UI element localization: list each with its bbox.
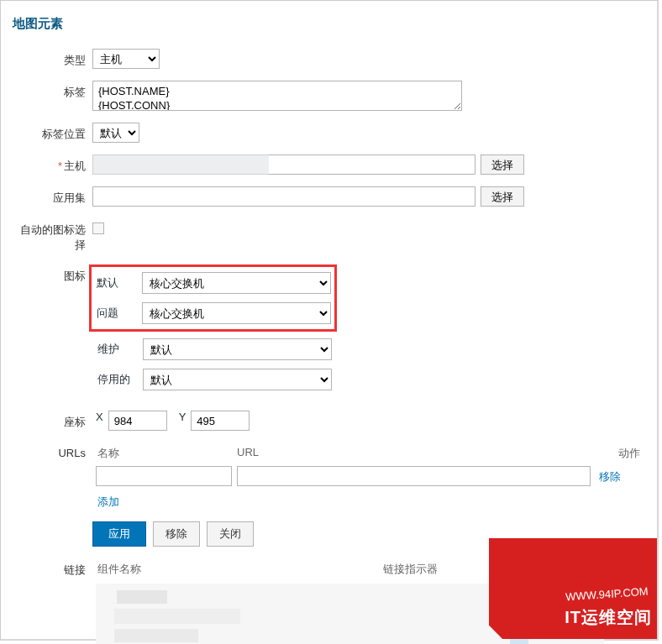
tag-position-select[interactable]: 默认 [92, 123, 139, 143]
label-links: 链接 [13, 558, 92, 578]
label-auto-icon: 自动的图标选择 [13, 218, 92, 253]
coord-y-label: Y [179, 411, 187, 423]
coord-y-input[interactable] [191, 411, 250, 431]
host-input[interactable] [269, 154, 475, 175]
urls-url-input[interactable] [237, 466, 591, 486]
page-title: 地图元素 [13, 16, 645, 32]
label-icon: 图标 [13, 264, 92, 284]
urls-name-input[interactable] [96, 466, 232, 486]
icon-default-select[interactable]: 核心交换机 [142, 272, 331, 294]
coord-x-input[interactable] [108, 411, 167, 431]
watermark-text: IT运维空间 [565, 606, 652, 629]
appset-input[interactable] [92, 186, 475, 207]
close-button[interactable]: 关闭 [207, 521, 254, 547]
host-value-blurred [92, 154, 269, 175]
type-select[interactable]: 主机 [92, 49, 160, 69]
host-select-button[interactable]: 选择 [481, 154, 524, 175]
icon-disabled-select[interactable]: 默认 [143, 369, 332, 390]
icon-default-label: 默认 [92, 275, 142, 291]
coord-x-label: X [96, 411, 103, 423]
label-type: 类型 [13, 49, 92, 68]
icon-maintenance-label: 维护 [92, 342, 143, 357]
icon-disabled-label: 停用的 [92, 372, 143, 387]
appset-select-button[interactable]: 选择 [481, 186, 524, 207]
remove-button[interactable]: 移除 [153, 521, 200, 547]
icon-problem-label: 问题 [92, 306, 142, 321]
urls-remove-link[interactable]: 移除 [599, 466, 621, 486]
urls-add-link[interactable]: 添加 [97, 495, 119, 508]
icon-maintenance-select[interactable]: 默认 [143, 338, 332, 360]
label-coord: 座标 [13, 411, 92, 430]
auto-icon-checkbox[interactable] [92, 223, 104, 234]
label-host: *主机 [13, 154, 92, 174]
label-tag: 标签 [13, 81, 92, 100]
tag-textarea[interactable] [92, 81, 462, 111]
label-urls: URLs [13, 442, 92, 459]
icon-problem-select[interactable]: 核心交换机 [142, 302, 331, 324]
watermark: WWW.94IP.COM IT运维空间 [489, 538, 657, 639]
urls-head-action: 动作 [612, 446, 645, 461]
apply-button[interactable]: 应用 [92, 521, 146, 547]
links-head-component: 组件名称 [97, 562, 383, 577]
urls-head-url: URL [237, 446, 612, 461]
urls-head-name: 名称 [97, 446, 237, 461]
label-tag-position: 标签位置 [13, 123, 92, 142]
highlight-box: 默认 核心交换机 问题 核心交换机 [89, 264, 337, 332]
label-appset: 应用集 [13, 186, 92, 206]
